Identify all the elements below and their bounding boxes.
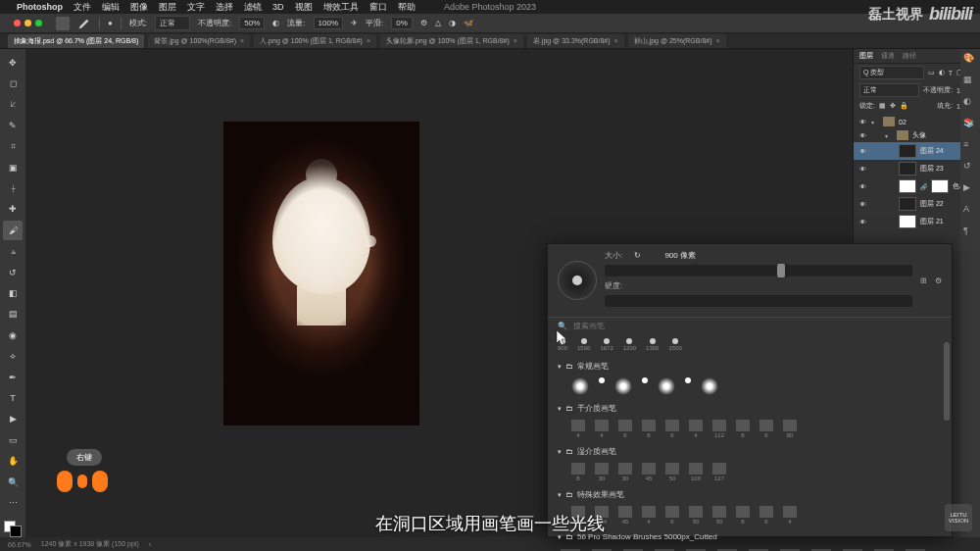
zoom-window-icon[interactable]: [35, 20, 42, 26]
zoom-tool[interactable]: 🔍: [3, 473, 23, 491]
quick-select-tool[interactable]: ✎: [3, 116, 23, 134]
layer-filter-kind[interactable]: Q 类型: [859, 66, 924, 79]
brush-size-value[interactable]: 900 像素: [647, 250, 696, 261]
zoom-level[interactable]: 66.67%: [8, 541, 31, 548]
tab-layers[interactable]: 图层: [859, 51, 873, 61]
minimize-window-icon[interactable]: [24, 20, 31, 26]
swatches-panel-icon[interactable]: ▦: [963, 75, 977, 88]
mask-thumbnail[interactable]: [931, 179, 949, 193]
pressure-size-icon[interactable]: ◑: [449, 19, 456, 27]
type-tool[interactable]: T: [3, 388, 23, 407]
disclosure-arrow-icon[interactable]: ▾: [558, 405, 562, 413]
home-button[interactable]: [56, 17, 70, 30]
brush-preset[interactable]: 8: [571, 463, 585, 481]
tab-paths[interactable]: 路径: [903, 51, 916, 61]
document-canvas[interactable]: [223, 122, 419, 426]
menu-filter[interactable]: 滤镜: [244, 1, 262, 14]
chevron-right-icon[interactable]: ›: [149, 541, 151, 548]
disclosure-arrow-icon[interactable]: ▾: [558, 448, 562, 456]
path-select-tool[interactable]: ▶: [3, 410, 23, 428]
hand-tool[interactable]: ✋: [3, 451, 23, 470]
brush-group-header[interactable]: ▾🗀特殊效果画笔: [558, 487, 942, 502]
history-panel-icon[interactable]: ↺: [963, 161, 977, 175]
menu-help[interactable]: 帮助: [398, 1, 416, 14]
brush-preset[interactable]: [685, 377, 691, 395]
tab-close-icon[interactable]: ×: [514, 37, 517, 44]
tab-channels[interactable]: 通道: [881, 51, 895, 61]
brush-tip-preview[interactable]: [558, 261, 597, 300]
lasso-tool[interactable]: ⟀: [3, 95, 23, 114]
tab-close-icon[interactable]: ×: [614, 37, 618, 44]
tab-close-icon[interactable]: ×: [716, 37, 720, 44]
brush-preset[interactable]: [701, 377, 718, 395]
dodge-tool[interactable]: ⟡: [3, 346, 23, 365]
brush-preset[interactable]: 112: [712, 420, 726, 438]
brush-preset[interactable]: 4: [783, 506, 797, 525]
flow-value[interactable]: 100%: [314, 17, 343, 29]
brush-preset[interactable]: 6: [618, 420, 632, 438]
brush-tool[interactable]: 🖌: [3, 221, 23, 239]
pen-tool[interactable]: ✒: [3, 368, 23, 386]
flip-icon[interactable]: ↻: [634, 251, 641, 260]
color-swatches[interactable]: [4, 521, 22, 537]
brush-preset[interactable]: 6: [665, 420, 679, 438]
background-color[interactable]: [10, 526, 22, 537]
menu-3d[interactable]: 3D: [272, 2, 284, 12]
menu-select[interactable]: 选择: [216, 1, 233, 14]
brush-preset[interactable]: 50: [712, 506, 726, 525]
menu-layer[interactable]: 图层: [159, 1, 176, 14]
layer-name[interactable]: 图层 21: [920, 217, 963, 226]
tab-document-3[interactable]: 人.png @ 100% (图层 1, RGB/8#)×: [254, 34, 376, 48]
layer-thumbnail[interactable]: [899, 179, 916, 193]
layer-thumbnail[interactable]: [899, 215, 916, 228]
smoothing-value[interactable]: 0%: [391, 17, 413, 29]
lock-position-icon[interactable]: ✥: [890, 102, 896, 110]
recent-brush[interactable]: 1300: [646, 338, 659, 351]
eyedropper-tool[interactable]: ⟊: [3, 178, 23, 197]
filter-icon[interactable]: T: [949, 70, 953, 76]
brush-preset[interactable]: 8: [642, 420, 656, 438]
blend-mode-select[interactable]: 正常: [155, 16, 190, 30]
heal-tool[interactable]: ✚: [3, 200, 23, 219]
disclosure-arrow-icon[interactable]: ▾: [558, 491, 562, 499]
tab-document-1[interactable]: 抽象海报.psd @ 66.7% (图层 24, RGB/8): [8, 34, 144, 48]
brush-preset[interactable]: 4: [642, 506, 656, 525]
brush-preset[interactable]: 50: [689, 506, 703, 525]
blur-tool[interactable]: ◉: [3, 326, 23, 344]
brush-preset[interactable]: 100: [689, 463, 703, 481]
new-preset-icon[interactable]: ⊞: [920, 276, 927, 285]
shape-tool[interactable]: ▭: [3, 430, 23, 449]
brush-search-input[interactable]: [573, 322, 942, 330]
paragraph-panel-icon[interactable]: ¶: [963, 225, 977, 239]
menu-file[interactable]: 文件: [74, 1, 91, 14]
tab-close-icon[interactable]: ×: [240, 37, 244, 44]
tab-document-2[interactable]: 背景.jpg @ 100%(RGB/8#)×: [148, 34, 250, 48]
history-brush-tool[interactable]: ↺: [3, 263, 23, 281]
layer-thumbnail[interactable]: [899, 144, 916, 158]
character-panel-icon[interactable]: A: [963, 204, 977, 218]
menu-window[interactable]: 窗口: [369, 1, 387, 14]
brush-preset[interactable]: 8: [736, 506, 750, 525]
visibility-toggle-icon[interactable]: 👁: [858, 148, 867, 155]
gear-icon[interactable]: ⚙: [935, 276, 942, 285]
airbrush-icon[interactable]: ✈: [351, 19, 358, 27]
menu-image[interactable]: 图像: [130, 1, 148, 14]
disclosure-arrow-icon[interactable]: ▾: [558, 363, 562, 371]
tab-document-4[interactable]: 头像轮廓.png @ 100% (图层 1, RGB/8#)×: [380, 34, 523, 48]
tab-close-icon[interactable]: ×: [367, 37, 370, 44]
recent-brush[interactable]: 900: [558, 338, 567, 351]
app-name[interactable]: Photoshop: [17, 2, 63, 12]
lock-pixels-icon[interactable]: ▦: [879, 102, 886, 110]
brush-preset[interactable]: 6: [760, 506, 773, 525]
properties-panel-icon[interactable]: ≡: [963, 139, 977, 153]
brush-preset[interactable]: 6: [760, 420, 773, 438]
brush-preset[interactable]: 30: [618, 463, 632, 481]
filter-icon[interactable]: ◐: [939, 69, 945, 76]
menu-type[interactable]: 文字: [187, 1, 205, 14]
marquee-tool[interactable]: ◻: [3, 74, 23, 92]
brush-preset[interactable]: 127: [712, 463, 726, 481]
close-window-icon[interactable]: [14, 20, 21, 26]
edit-toolbar[interactable]: ⋯: [3, 493, 23, 512]
layer-blend-mode[interactable]: 正常: [859, 83, 919, 97]
brush-group-header[interactable]: ▾🗀湿介质画笔: [558, 444, 942, 459]
